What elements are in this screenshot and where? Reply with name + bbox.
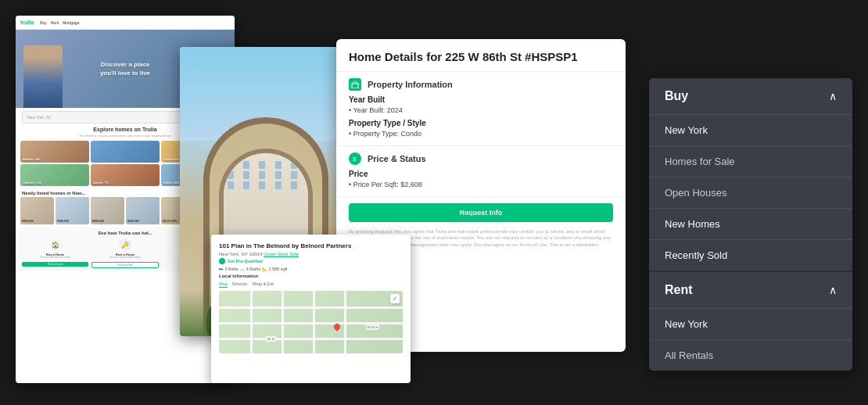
hero-figure: [23, 45, 63, 108]
trulia-logo: trulia: [20, 20, 34, 25]
price-status-label: Price & Status: [368, 154, 426, 163]
home-card-3[interactable]: $869,500: [91, 197, 124, 224]
building-windows: [224, 153, 308, 197]
dropdown-buy-label: Buy: [665, 89, 688, 103]
request-info-button[interactable]: Request Info: [349, 203, 613, 222]
listing-header: $6,750,000+ Est. Mortgage $40,347/mo* 10…: [219, 242, 403, 252]
buy-home-icon: 🏠: [49, 238, 62, 251]
map-street-v2: [282, 291, 284, 353]
prequal-text[interactable]: Get Pre-Qualified: [228, 259, 263, 263]
map-expand-icon[interactable]: ⤢: [390, 294, 400, 303]
dropdown-item-homes-for-sale[interactable]: Homes for Sale: [649, 145, 852, 177]
listing-local-info-label: Local Information: [219, 274, 403, 278]
listing-title: 101 Plan in The Belnord by Belnord Partn…: [219, 242, 403, 250]
dropdown-item-recently-sold[interactable]: Recently Sold: [649, 239, 852, 271]
dropdown-item-all-rentals[interactable]: All Rentals: [649, 339, 852, 371]
map-street-h1: [219, 306, 403, 309]
dropdown-item-new-homes[interactable]: New Homes: [649, 208, 852, 239]
dropdown-rent-chevron: ∧: [829, 284, 837, 296]
trulia-nav: trulia Buy Rent Mortgage: [16, 16, 235, 30]
price-per-sqft-value: • Price Per Sqft: $2,608: [349, 181, 613, 188]
price-status-section: $ Price & Status Price • Price Per Sqft:…: [336, 146, 626, 197]
hero-text: Discover a place you'll love to live: [100, 60, 150, 77]
city-card-2[interactable]: [91, 141, 160, 163]
property-info-label: Property Information: [368, 80, 453, 89]
year-built-value: • Year Built: 2024: [349, 106, 613, 114]
city-card-oakland[interactable]: Oakland, CA: [20, 164, 89, 186]
tab-schools[interactable]: Schools: [232, 281, 248, 288]
find-home-btn[interactable]: Find a home: [22, 262, 88, 267]
price-status-header: $ Price & Status: [349, 152, 613, 165]
property-type-label: Property Type / Style: [349, 119, 613, 127]
dropdown-rent-header[interactable]: Rent ∧: [649, 271, 852, 308]
listing-map[interactable]: ⤢ 86 St 86 St ➔: [219, 291, 403, 353]
property-icon-svg: [351, 81, 359, 88]
map-street-label-2: 86 St ➔: [366, 324, 379, 330]
listing-panel: $6,750,000+ Est. Mortgage $40,347/mo* 10…: [211, 235, 411, 383]
map-street-label-1: 86 St: [266, 336, 276, 342]
help-item-buy[interactable]: 🏠 Buy a Home Find your dream home easily…: [22, 238, 88, 268]
listing-prequal: Get Pre-Qualified: [219, 258, 403, 264]
dropdown-buy-chevron: ∧: [829, 90, 837, 102]
trulia-nav-links: Buy Rent Mortgage: [40, 20, 79, 25]
find-rental-btn[interactable]: Find a rental: [91, 262, 158, 268]
dropdown-buy-section: Buy ∧ New York Homes for Sale Open House…: [649, 78, 852, 271]
dropdown-item-open-houses[interactable]: Open Houses: [649, 177, 852, 208]
property-type-value: • Property Type: Condo: [349, 130, 613, 138]
home-card-4[interactable]: $459,000: [126, 197, 160, 224]
home-details-title: Home Details for 225 W 86th St #HSPSP1: [336, 39, 626, 72]
listing-tabs: Map Schools Shop & Eat: [219, 281, 403, 288]
property-info-icon: [349, 78, 361, 91]
listing-details-row: 🛏 3 Beds 🛁 4 Baths 📐 2,588 sqft: [219, 267, 403, 271]
map-street-v3: [313, 291, 315, 353]
listing-address-link[interactable]: Upper West Side: [264, 252, 299, 256]
dropdown-menu: Buy ∧ New York Homes for Sale Open House…: [649, 78, 852, 371]
dropdown-item-buy-newyork[interactable]: New York: [649, 114, 852, 145]
dropdown-rent-section: Rent ∧ New York All Rentals: [649, 271, 852, 371]
dropdown-rent-label: Rent: [665, 283, 693, 297]
property-info-section: Property Information Year Built • Year B…: [336, 72, 626, 146]
price-label: Price: [349, 170, 613, 178]
home-card-1[interactable]: $999,000: [20, 197, 54, 224]
property-info-header: Property Information: [349, 78, 613, 91]
tab-shop-eat[interactable]: Shop & Eat: [252, 281, 274, 288]
map-controls: ⤢: [390, 294, 400, 303]
city-card-atlanta[interactable]: Atlanta, GA: [20, 141, 89, 163]
price-icon-svg: $: [351, 155, 359, 163]
year-built-label: Year Built: [349, 95, 613, 104]
map-street-v1: [250, 291, 253, 353]
tab-map[interactable]: Map: [219, 281, 228, 288]
city-card-austin[interactable]: Austin, TX: [91, 164, 160, 186]
home-card-2[interactable]: $389,000: [56, 197, 89, 224]
map-street-h3: [219, 338, 403, 340]
svg-rect-0: [352, 84, 358, 88]
dropdown-item-rent-newyork[interactable]: New York: [649, 308, 852, 339]
dropdown-buy-header[interactable]: Buy ∧: [649, 78, 852, 114]
help-item-rent[interactable]: 🔑 Rent a Home Discover great rentals nea…: [91, 238, 158, 268]
rent-home-icon: 🔑: [119, 238, 131, 251]
listing-address: New York, NY 10024 Upper West Side: [219, 252, 403, 256]
svg-text:$: $: [353, 156, 357, 163]
price-status-icon: $: [349, 152, 361, 165]
prequal-icon: [219, 258, 225, 264]
map-street-v4: [344, 291, 346, 353]
